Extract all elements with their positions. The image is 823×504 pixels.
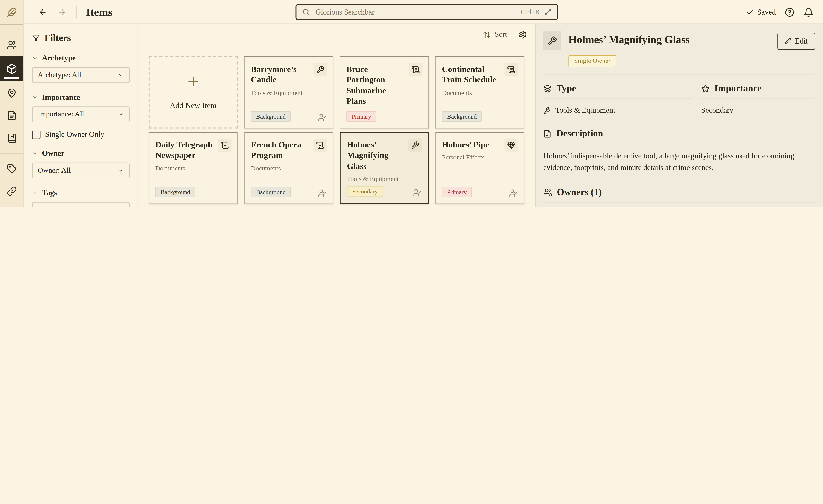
bell-icon bbox=[804, 7, 814, 17]
item-card[interactable]: Holmes’ Magnifying Glass Tools & Equipme… bbox=[340, 132, 429, 204]
item-card[interactable]: French Opera Program Documents Backgroun… bbox=[244, 132, 333, 204]
importance-select-value: Importance: All bbox=[38, 110, 84, 118]
filters-panel: Filters Archetype Archetype: All Importa… bbox=[24, 24, 138, 207]
filter-archetype-label: Archetype bbox=[42, 53, 76, 62]
tags-select[interactable]: Tags: All bbox=[32, 202, 130, 207]
sidebar-item-map-pin[interactable] bbox=[0, 82, 23, 104]
sort-arrows-icon bbox=[483, 31, 491, 39]
item-card[interactable]: Continental Train Schedule Documents Bac… bbox=[435, 56, 524, 129]
importance-badge: Primary bbox=[442, 187, 472, 197]
topbar-right: Saved bbox=[746, 0, 814, 24]
add-new-item-card[interactable]: Add New Item bbox=[149, 56, 238, 129]
filter-archetype-header[interactable]: Archetype bbox=[32, 53, 130, 62]
owner-select-value: Owner: All bbox=[38, 166, 70, 175]
check-icon bbox=[746, 8, 754, 16]
users-icon bbox=[543, 188, 552, 197]
sidebar-divider bbox=[0, 153, 23, 154]
importance-select[interactable]: Importance: All bbox=[32, 106, 130, 122]
sort-label: Sort bbox=[495, 30, 507, 39]
item-card[interactable]: Daily Telegraph Newspaper Documents Back… bbox=[149, 132, 238, 204]
help-button[interactable] bbox=[785, 7, 795, 17]
topbar-divider bbox=[76, 6, 76, 18]
sidebar-item-tag[interactable] bbox=[0, 157, 23, 179]
link-icon bbox=[6, 186, 16, 196]
chevron-down-icon bbox=[118, 168, 124, 174]
importance-badge: Background bbox=[251, 187, 291, 197]
edit-button[interactable]: Edit bbox=[777, 32, 815, 50]
filter-importance-header[interactable]: Importance bbox=[32, 93, 130, 102]
item-card[interactable]: Barrymore’s Candle Tools & Equipment Bac… bbox=[244, 56, 333, 129]
gear-icon bbox=[519, 30, 527, 39]
tag-icon bbox=[6, 163, 16, 173]
sidebar-item-link[interactable] bbox=[0, 180, 23, 202]
filters-title-label: Filters bbox=[45, 32, 71, 43]
type-section: Type Tools & Equipment bbox=[543, 83, 692, 115]
chevron-down-icon bbox=[118, 72, 124, 78]
sidebar-item-file-text[interactable] bbox=[0, 104, 23, 126]
filter-section-owner: Owner Owner: All bbox=[32, 149, 130, 178]
search-input[interactable] bbox=[314, 7, 516, 17]
single-owner-label: Single Owner Only bbox=[45, 130, 104, 139]
section-rule bbox=[543, 144, 815, 144]
star-icon bbox=[701, 84, 709, 93]
filter-tags-header[interactable]: Tags bbox=[32, 188, 130, 197]
sidebar-item-package[interactable] bbox=[0, 56, 23, 81]
forward-button[interactable] bbox=[57, 6, 68, 17]
grid-settings-button[interactable] bbox=[519, 30, 527, 39]
back-button[interactable] bbox=[37, 6, 48, 17]
sidebar-item-clock[interactable] bbox=[0, 203, 23, 207]
description-section: Description Holmes’ indispensable detect… bbox=[543, 128, 815, 174]
filter-owner-header[interactable]: Owner bbox=[32, 149, 130, 158]
importance-badge: Background bbox=[442, 111, 482, 122]
search-shortcut: Ctrl+K bbox=[521, 8, 540, 16]
item-card-subtitle: Personal Effects bbox=[442, 154, 518, 162]
filter-section-importance: Importance Importance: All Single Owner … bbox=[32, 93, 130, 139]
owner-check-icon bbox=[413, 188, 422, 197]
edit-button-label: Edit bbox=[795, 37, 808, 45]
scroll-icon bbox=[409, 63, 423, 76]
filter-owner-label: Owner bbox=[42, 149, 64, 158]
item-card[interactable]: Bruce-Partington Submarine Plans Documen… bbox=[340, 56, 429, 129]
wrench-icon bbox=[543, 107, 551, 114]
expand-search-icon[interactable] bbox=[544, 8, 551, 16]
global-search[interactable]: Ctrl+K bbox=[296, 4, 558, 20]
plus-icon bbox=[187, 75, 199, 87]
sidebar-item-notebook[interactable] bbox=[0, 127, 23, 149]
file-text-icon bbox=[543, 129, 552, 138]
chevron-down-icon bbox=[32, 94, 38, 100]
owner-check-icon bbox=[318, 189, 326, 197]
single-owner-checkbox-row[interactable]: Single Owner Only bbox=[32, 130, 130, 139]
type-section-label: Type bbox=[556, 83, 576, 94]
chevron-down-icon bbox=[32, 190, 38, 196]
item-card[interactable]: Holmes’ Pipe Personal Effects Primary bbox=[435, 132, 524, 204]
items-grid: Add New Item Barrymore’s Candle Tools & … bbox=[149, 56, 524, 207]
add-new-item-label: Add New Item bbox=[170, 101, 216, 110]
notifications-button[interactable] bbox=[804, 7, 814, 17]
item-card-subtitle: Documents bbox=[251, 165, 327, 173]
importance-badge: Background bbox=[251, 111, 291, 122]
sidebar-item-users[interactable] bbox=[0, 34, 23, 56]
detail-divider bbox=[543, 74, 815, 75]
detail-meta-columns: Type Tools & Equipment Importance Second… bbox=[543, 83, 815, 115]
app-logo[interactable] bbox=[0, 0, 23, 25]
item-card-subtitle: Tools & Equipment bbox=[251, 89, 327, 97]
scroll-icon bbox=[504, 63, 518, 76]
gem-icon bbox=[504, 139, 518, 152]
type-value: Tools & Equipment bbox=[555, 106, 615, 115]
wrench-icon bbox=[408, 139, 422, 152]
owner-check-icon bbox=[318, 113, 326, 122]
owner-select[interactable]: Owner: All bbox=[32, 163, 130, 179]
scroll-icon bbox=[218, 139, 231, 152]
importance-value-row: Secondary bbox=[701, 106, 815, 115]
detail-title: Holmes’ Magnifying Glass bbox=[568, 34, 777, 46]
archetype-select[interactable]: Archetype: All bbox=[32, 67, 130, 83]
chevron-down-icon bbox=[32, 151, 38, 157]
page-title: Items bbox=[86, 6, 112, 19]
icon-sidebar bbox=[0, 0, 24, 207]
item-detail-panel: Holmes’ Magnifying Glass Edit Single Own… bbox=[535, 24, 823, 207]
items-grid-area: Sort Add New Item Barrymore’s Candle Too… bbox=[139, 24, 535, 207]
item-type-icon-wrench bbox=[543, 31, 561, 50]
package-icon bbox=[6, 63, 17, 74]
sort-button[interactable]: Sort bbox=[480, 30, 510, 39]
single-owner-checkbox[interactable] bbox=[32, 131, 40, 139]
